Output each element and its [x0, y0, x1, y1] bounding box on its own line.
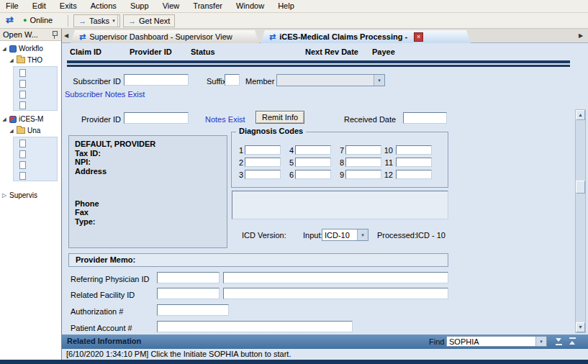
provider-memo-title: Provider Memo:: [76, 255, 135, 264]
icd-input-combo[interactable]: ICD-10 ▾: [322, 229, 368, 241]
tree-expander-icon[interactable]: ◢: [9, 58, 14, 63]
document-icon[interactable]: [19, 101, 26, 109]
document-icon[interactable]: [19, 140, 26, 147]
suffix-input[interactable]: [225, 74, 240, 86]
scroll-up-icon[interactable]: ▲: [576, 110, 585, 120]
menu-bar: File Edit Exits Actions Supp View Transf…: [0, 0, 588, 13]
tab-ices-claims-processing[interactable]: ⇄ iCES-Medical Claims Processing - ×: [261, 30, 471, 43]
received-date-label: Received Date: [344, 115, 396, 124]
col-header-next-rev-date[interactable]: Next Rev Date: [305, 47, 358, 56]
related-facility-input[interactable]: [157, 288, 220, 299]
col-header-status[interactable]: Status: [191, 47, 215, 56]
menu-edit[interactable]: Edit: [27, 0, 52, 13]
tab-scroll-left-icon[interactable]: ◀: [64, 32, 68, 39]
tree-node-una[interactable]: ◢ Una: [9, 127, 40, 135]
diagnosis-input-7[interactable]: [345, 145, 381, 155]
tab-label: Supervisor Dashboard - Supervisor View: [89, 32, 232, 41]
menu-view[interactable]: View: [157, 0, 186, 13]
jump-to-bottom-icon[interactable]: [554, 337, 564, 346]
tasks-label: Tasks: [89, 17, 109, 25]
member-combo[interactable]: ▾: [276, 74, 385, 86]
tasks-button[interactable]: → Tasks ▾: [73, 14, 120, 27]
menu-help[interactable]: Help: [272, 0, 300, 13]
subscriber-notes-exist-link[interactable]: Subscriber Notes Exist: [65, 90, 145, 99]
tree-expander-icon[interactable]: ◢: [1, 46, 7, 52]
chevron-down-icon[interactable]: ▾: [357, 229, 368, 240]
document-icon[interactable]: [19, 80, 26, 88]
chevron-down-icon[interactable]: ▾: [535, 337, 546, 346]
diagnosis-input-9[interactable]: [345, 170, 381, 179]
menu-window[interactable]: Window: [230, 0, 270, 13]
tree-expander-icon[interactable]: ◢: [1, 117, 7, 122]
diagnosis-input-5[interactable]: [295, 158, 331, 167]
chevron-down-icon[interactable]: ▾: [374, 75, 384, 86]
diagnosis-input-2[interactable]: [245, 158, 281, 167]
document-icon[interactable]: [19, 161, 26, 169]
tree-node-supervisor[interactable]: ▷ Supervis: [1, 191, 37, 199]
tree-node-label: Workflo: [19, 45, 43, 53]
member-label: Member: [245, 77, 274, 86]
chevron-down-icon: ▾: [112, 18, 115, 24]
remit-info-button[interactable]: Remit Info: [255, 111, 304, 124]
notes-exist-link[interactable]: Notes Exist: [205, 115, 245, 124]
header-divider: [67, 65, 570, 67]
tab-label: iCES-Medical Claims Processing -: [279, 32, 407, 41]
menu-transfer[interactable]: Transfer: [187, 0, 228, 13]
find-combo[interactable]: SOPHIA ▾: [446, 336, 547, 347]
diagnosis-input-10[interactable]: [396, 145, 432, 155]
icd-processed-value: ICD - 10: [416, 231, 445, 240]
diagnosis-input-12[interactable]: [396, 170, 432, 179]
scroll-down-icon[interactable]: ▼: [576, 322, 585, 332]
related-facility-detail-input[interactable]: [223, 288, 448, 299]
subscriber-id-label: Subscriber ID: [72, 77, 121, 86]
col-header-provider-id[interactable]: Provider ID: [130, 47, 172, 56]
referring-physician-input[interactable]: [157, 272, 220, 283]
scrollbar-thumb[interactable]: [576, 181, 585, 194]
patient-account-input[interactable]: [157, 321, 353, 332]
provider-address-label: Address: [75, 167, 107, 176]
menu-actions[interactable]: Actions: [85, 0, 122, 13]
diagnosis-input-6[interactable]: [295, 170, 331, 179]
menu-supp[interactable]: Supp: [125, 0, 155, 13]
close-tab-icon[interactable]: ×: [414, 32, 423, 42]
menu-file[interactable]: File: [0, 0, 24, 13]
diagnosis-input-4[interactable]: [295, 145, 331, 155]
document-icon[interactable]: [19, 150, 26, 158]
tab-app-icon: ⇄: [269, 32, 276, 42]
authorization-input[interactable]: [157, 304, 229, 316]
vertical-scrollbar[interactable]: ▲ ▼: [575, 109, 586, 333]
jump-to-top-icon[interactable]: [568, 337, 577, 346]
tree-expander-icon[interactable]: ◢: [9, 128, 14, 134]
subscriber-id-input[interactable]: [124, 74, 189, 86]
referring-physician-label: Referring Physician ID: [71, 275, 149, 283]
referring-physician-detail-input[interactable]: [223, 272, 448, 283]
received-date-input[interactable]: [403, 112, 447, 124]
diagnosis-input-3[interactable]: [245, 170, 281, 179]
tree-node-workflow[interactable]: ◢ Workflo: [1, 45, 43, 53]
diagnosis-input-1[interactable]: [245, 145, 281, 155]
tab-bar: ◀ ⇄ Supervisor Dashboard - Supervisor Vi…: [62, 29, 588, 43]
document-icon[interactable]: [19, 69, 26, 77]
diagnosis-input-8[interactable]: [345, 158, 381, 167]
document-icon[interactable]: [19, 91, 26, 99]
col-header-payee[interactable]: Payee: [372, 47, 395, 56]
diagnosis-notes-textarea[interactable]: [232, 191, 448, 219]
diagnosis-input-11[interactable]: [396, 158, 432, 167]
provider-id-input[interactable]: [124, 112, 189, 124]
tab-supervisor-dashboard[interactable]: ⇄ Supervisor Dashboard - Supervisor View: [71, 30, 259, 43]
tree-node-tho[interactable]: ◢ THO: [9, 56, 42, 64]
tree-collapsed-icon[interactable]: ▷: [1, 192, 7, 199]
get-next-button[interactable]: → Get Next: [123, 14, 175, 27]
diagnosis-num-label: 12: [383, 170, 393, 179]
pin-icon[interactable]: [52, 31, 58, 39]
col-header-claim-id[interactable]: Claim ID: [70, 47, 101, 56]
diagnosis-num-label: 11: [383, 158, 393, 167]
related-information-bar: Related Information Find SOPHIA ▾: [62, 335, 588, 349]
tree-doc-group: [13, 66, 58, 111]
tree-node-ices[interactable]: ◢ iCES-M: [1, 115, 43, 123]
tab-scroll-right-icon[interactable]: ▶: [579, 32, 583, 39]
find-combo-value: SOPHIA: [449, 337, 535, 346]
document-icon[interactable]: [19, 172, 26, 180]
sidebar-header: Open W...: [0, 29, 61, 41]
menu-exits[interactable]: Exits: [54, 0, 83, 13]
